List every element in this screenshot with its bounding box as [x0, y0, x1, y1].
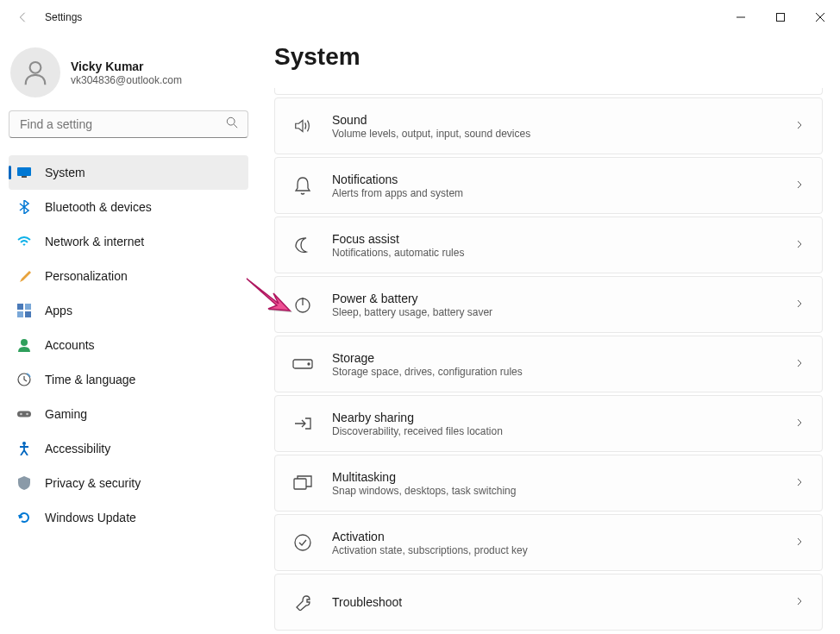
card-focus-assist[interactable]: Focus assist Notifications, automatic ru…	[274, 217, 823, 273]
card-desc: Volume levels, output, input, sound devi…	[332, 128, 775, 140]
update-icon	[17, 511, 31, 524]
titlebar: Settings	[0, 0, 840, 35]
card-title: Focus assist	[332, 232, 775, 246]
moon-icon	[292, 235, 313, 255]
content: System Sound Volume levels, output, inpu…	[257, 35, 840, 634]
sidebar-item-label: System	[45, 166, 85, 179]
sidebar-item-personalization[interactable]: Personalization	[9, 259, 248, 293]
profile-name: Vicky Kumar	[71, 60, 182, 73]
profile-section[interactable]: Vicky Kumar vk304836@outlook.com	[9, 43, 248, 110]
card-activation[interactable]: Activation Activation state, subscriptio…	[274, 514, 823, 571]
sidebar-item-label: Windows Update	[45, 511, 136, 524]
search-icon	[226, 116, 238, 132]
card-title: Storage	[332, 351, 775, 365]
sidebar-item-label: Gaming	[45, 407, 87, 421]
card-title: Notifications	[332, 173, 775, 186]
back-button[interactable]	[10, 5, 34, 29]
profile-email: vk304836@outlook.com	[71, 74, 182, 86]
svg-rect-8	[22, 176, 27, 178]
windows-icon	[292, 473, 313, 493]
card-partial-above	[274, 88, 823, 95]
chevron-right-icon	[794, 178, 805, 193]
card-nearby-sharing[interactable]: Nearby sharing Discoverability, received…	[274, 395, 823, 452]
clock-icon	[17, 373, 31, 386]
card-text: Multitasking Snap windows, desktops, tas…	[332, 470, 775, 497]
sidebar-item-label: Personalization	[45, 269, 128, 283]
sidebar-item-network[interactable]: Network & internet	[9, 224, 248, 259]
apps-icon	[17, 304, 31, 317]
card-title: Nearby sharing	[332, 411, 775, 424]
card-multitasking[interactable]: Multitasking Snap windows, desktops, tas…	[274, 455, 823, 512]
card-text: Power & battery Sleep, battery usage, ba…	[332, 292, 775, 318]
chevron-right-icon	[794, 594, 805, 610]
chevron-right-icon	[794, 237, 805, 253]
profile-text: Vicky Kumar vk304836@outlook.com	[71, 60, 182, 86]
card-title: Sound	[332, 113, 775, 127]
chevron-right-icon	[794, 475, 805, 491]
window-title: Settings	[45, 11, 82, 23]
drive-icon	[292, 354, 313, 374]
card-desc: Activation state, subscriptions, product…	[332, 544, 775, 556]
svg-point-22	[308, 363, 310, 365]
card-storage[interactable]: Storage Storage space, drives, configura…	[274, 336, 823, 392]
power-icon	[292, 294, 313, 315]
sidebar-item-update[interactable]: Windows Update	[9, 500, 248, 535]
bluetooth-icon	[17, 200, 31, 214]
wifi-icon	[17, 235, 31, 248]
card-text: Nearby sharing Discoverability, received…	[332, 411, 775, 437]
bell-icon	[292, 175, 313, 196]
card-text: Sound Volume levels, output, input, soun…	[332, 113, 775, 140]
sidebar-item-apps[interactable]: Apps	[9, 293, 248, 328]
card-notifications[interactable]: Notifications Alerts from apps and syste…	[274, 157, 823, 214]
sidebar-nav: System Bluetooth & devices Network & int…	[9, 155, 248, 535]
sidebar-item-label: Privacy & security	[45, 476, 141, 490]
svg-point-13	[21, 339, 28, 346]
chevron-right-icon	[794, 535, 805, 550]
card-text: Activation Activation state, subscriptio…	[332, 530, 775, 556]
accessibility-icon	[17, 442, 31, 455]
svg-point-16	[20, 413, 22, 416]
svg-rect-7	[17, 167, 31, 176]
minimize-button[interactable]	[721, 3, 761, 31]
chevron-right-icon	[794, 416, 805, 431]
sidebar-item-accessibility[interactable]: Accessibility	[9, 431, 248, 466]
window-controls	[721, 3, 840, 31]
sidebar-item-label: Accounts	[45, 338, 95, 352]
sidebar-item-accounts[interactable]: Accounts	[9, 328, 248, 362]
gamepad-icon	[17, 407, 31, 421]
card-desc: Alerts from apps and system	[332, 187, 775, 199]
card-title: Power & battery	[332, 292, 775, 305]
wrench-icon	[292, 592, 313, 612]
card-desc: Notifications, automatic rules	[332, 247, 775, 259]
check-circle-icon	[292, 532, 313, 553]
sidebar-item-label: Time & language	[45, 373, 135, 386]
page-title: System	[274, 43, 823, 71]
close-button[interactable]	[800, 3, 840, 31]
search-input[interactable]	[9, 110, 248, 138]
sidebar-item-bluetooth[interactable]: Bluetooth & devices	[9, 190, 248, 224]
card-title: Activation	[332, 530, 775, 543]
svg-point-24	[295, 535, 310, 550]
sidebar-item-privacy[interactable]: Privacy & security	[9, 466, 248, 500]
sidebar-item-time[interactable]: Time & language	[9, 362, 248, 397]
person-icon	[17, 338, 31, 352]
speaker-icon	[292, 116, 313, 136]
svg-rect-9	[17, 304, 23, 310]
card-text: Storage Storage space, drives, configura…	[332, 351, 775, 378]
sidebar-item-label: Network & internet	[45, 235, 144, 248]
sidebar-item-gaming[interactable]: Gaming	[9, 397, 248, 431]
svg-rect-15	[17, 411, 31, 417]
shield-icon	[17, 476, 31, 490]
card-desc: Discoverability, received files location	[332, 425, 775, 437]
card-troubleshoot[interactable]: Troubleshoot	[274, 574, 823, 631]
maximize-button[interactable]	[761, 3, 800, 31]
chevron-right-icon	[794, 118, 805, 134]
sidebar-item-system[interactable]: System	[9, 155, 248, 190]
svg-rect-10	[25, 304, 31, 310]
card-text: Troubleshoot	[332, 595, 775, 610]
svg-point-5	[227, 117, 235, 125]
card-sound[interactable]: Sound Volume levels, output, input, soun…	[274, 97, 823, 154]
card-power-battery[interactable]: Power & battery Sleep, battery usage, ba…	[274, 276, 823, 333]
chevron-right-icon	[794, 297, 805, 312]
svg-point-4	[30, 62, 41, 73]
